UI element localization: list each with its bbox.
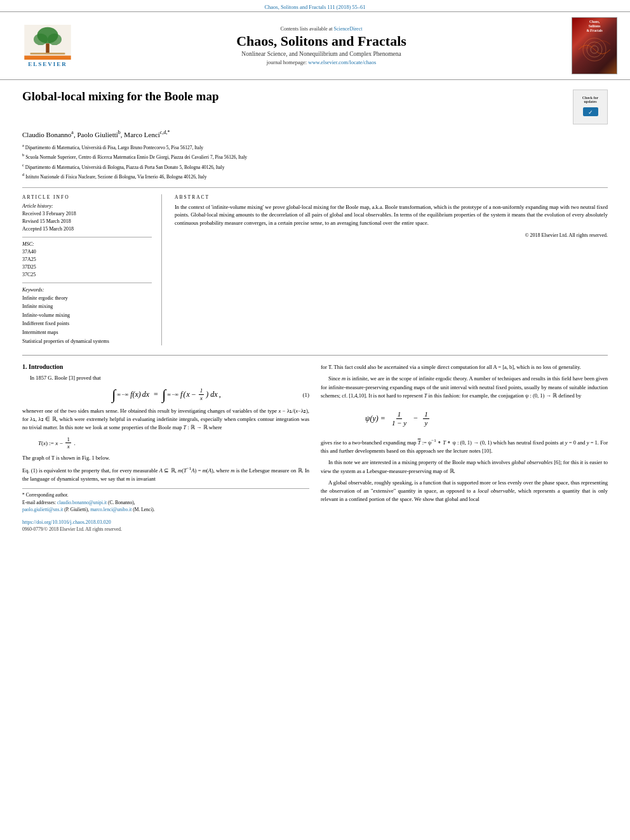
contents-available: Contents lists available at ScienceDirec… <box>89 26 554 32</box>
elsevier-tree-icon <box>22 25 73 60</box>
page: Chaos, Solitons and Fractals 111 (2018) … <box>0 0 630 840</box>
sciencedirect-link[interactable]: ScienceDirect <box>334 26 363 32</box>
msc-37a25: 37A25 <box>22 256 152 263</box>
right-para4: In this note we are interested in a mixi… <box>321 458 608 475</box>
section1-heading: 1. Introduction <box>22 363 309 370</box>
body-content: 1. Introduction In 1857 G. Boole [3] pro… <box>22 355 608 532</box>
affiliations: a Dipartimento di Matematica, Università… <box>22 142 608 181</box>
affil-line-d: d Istituto Nazionale di Fisica Nucleare,… <box>22 171 608 181</box>
equation-1-number: (1) <box>303 392 310 398</box>
journal-homepage-link[interactable]: www.elsevier.com/locate/chaos <box>308 59 376 65</box>
doi-section: https://doi.org/10.1016/j.chaos.2018.03.… <box>22 518 309 532</box>
email-footnote-2: paolo.giulietti@sns.it (P. Giulietti), m… <box>22 506 309 513</box>
doi-link[interactable]: https://doi.org/10.1016/j.chaos.2018.03.… <box>22 519 111 525</box>
keyword-4: Indifferent fixed points <box>22 319 152 328</box>
header-left: ELSEVIER <box>13 25 83 67</box>
section1-para4: Eq. (1) is equivalent to the property th… <box>22 465 309 483</box>
section1-para3: The graph of T is shown in Fig. 1 below. <box>22 454 309 462</box>
article-info-abstract-section: ARTICLE INFO Article history: Received 3… <box>22 187 608 346</box>
tx-definition: T(x) := x − 1 x . <box>38 436 309 451</box>
received-date: Received 3 February 2018 <box>22 210 152 218</box>
copyright-line: © 2018 Elsevier Ltd. All rights reserved… <box>175 232 608 238</box>
abstract-column: ABSTRACT In the context of 'infinite-vol… <box>175 194 608 346</box>
svg-point-3 <box>48 33 62 44</box>
abstract-text: In the context of 'infinite-volume mixin… <box>175 203 608 227</box>
cover-title-text: Chaos,Solitons& Fractals <box>586 20 602 33</box>
footnote-section: * Corresponding author. E-mail addresses… <box>22 488 309 513</box>
article-info-column: ARTICLE INFO Article history: Received 3… <box>22 194 162 346</box>
info-divider-2 <box>22 283 152 283</box>
header-right: Chaos,Solitons& Fractals <box>560 17 617 74</box>
elsevier-brand-text: ELSEVIER <box>28 61 67 67</box>
revised-date: Revised 15 March 2018 <box>22 218 152 225</box>
svg-rect-6 <box>24 55 70 59</box>
journal-citation-bar: Chaos, Solitons and Fractals 111 (2018) … <box>0 0 630 11</box>
author2-name: Paolo Giulietti <box>77 131 117 138</box>
keyword-6: Statistical properties of dynamical syst… <box>22 337 152 346</box>
section1-para1: In 1857 G. Boole [3] proved that <box>22 374 309 382</box>
right-para5: A global observable, roughly speaking, i… <box>321 479 608 504</box>
article-title: Global-local mixing for the Boole map <box>22 90 573 103</box>
keyword-5: Intermittent maps <box>22 328 152 337</box>
author1-name: Claudio Bonanno <box>22 131 71 138</box>
keyword-3: Infinite-volume mixing <box>22 311 152 320</box>
journal-cover-image: Chaos,Solitons& Fractals <box>572 17 617 74</box>
article-title-section: Global-local mixing for the Boole map Ch… <box>22 90 608 124</box>
right-para2: Since m is infinite, we are in the scope… <box>321 375 608 400</box>
affil-line-c: c Dipartimento di Matematica, Università… <box>22 162 608 171</box>
article-history-label: Article history: <box>22 203 152 209</box>
body-right-column: for T. This fact could also be ascertain… <box>321 363 608 532</box>
equation-1-block: ∫ ∞ −∞ f(x) dx = ∫ ∞ −∞ f ( x − <box>22 387 309 402</box>
elsevier-logo: ELSEVIER <box>13 25 83 67</box>
article-info-label: ARTICLE INFO <box>22 194 152 200</box>
keyword-1: Infinite ergodic theory <box>22 294 152 303</box>
check-updates-icon: ✓ <box>582 105 600 117</box>
email2-link[interactable]: paolo.giulietti@sns.it <box>22 507 63 512</box>
author1-sup: a <box>71 130 74 135</box>
psi-formula: ψ(y) = 1 1 − y − 1 y <box>365 410 434 427</box>
right-para3: gives rise to a two-branched expanding m… <box>321 437 608 455</box>
header-area: ELSEVIER Contents lists available at Sci… <box>0 11 630 80</box>
affil-line-a: a Dipartimento di Matematica, Università… <box>22 142 608 152</box>
msc-37c25: 37C25 <box>22 271 152 279</box>
keyword-2: Infinite mixing <box>22 302 152 311</box>
section1-para2: whenever one of the two sides makes sens… <box>22 407 309 432</box>
msc-37a40: 37A40 <box>22 248 152 256</box>
journal-homepage: journal homepage: www.elsevier.com/locat… <box>89 59 554 65</box>
author2-sup: b <box>118 130 121 135</box>
svg-point-2 <box>34 33 48 44</box>
abstract-label: ABSTRACT <box>175 194 608 200</box>
author3-sup: c,d,* <box>160 130 170 135</box>
accepted-date: Accepted 15 March 2018 <box>22 225 152 233</box>
email-footnote: E-mail addresses: claudio.bonanno@unipi.… <box>22 499 309 506</box>
check-updates-badge: Check forupdates ✓ <box>573 90 608 124</box>
svg-rect-5 <box>30 53 65 55</box>
header-center: Contents lists available at ScienceDirec… <box>83 26 560 65</box>
journal-citation-text: Chaos, Solitons and Fractals 111 (2018) … <box>264 4 365 10</box>
psi-formula-block: ψ(y) = 1 1 − y − 1 y <box>340 405 608 432</box>
author3-name: Marco Lenci <box>124 131 160 138</box>
email1-link[interactable]: claudio.bonanno@unipi.it <box>57 500 107 505</box>
email3-link[interactable]: marco.lenci@unibo.it <box>90 507 131 512</box>
affil-line-b: b Scuola Normale Superiore, Centro di Ri… <box>22 152 608 161</box>
corresponding-author-note: * Corresponding author. <box>22 491 309 498</box>
cover-art-icon <box>575 34 613 65</box>
equation-1-math: ∫ ∞ −∞ f(x) dx = ∫ ∞ −∞ f ( x − <box>111 387 220 402</box>
info-divider <box>22 237 152 237</box>
body-left-column: 1. Introduction In 1857 G. Boole [3] pro… <box>22 363 309 532</box>
right-para1: for T. This fact could also be ascertain… <box>321 363 608 371</box>
msc-label: MSC: <box>22 241 152 247</box>
authors-line: Claudio Bonannoa, Paolo Giuliettib, Marc… <box>22 130 608 138</box>
keywords-list: Infinite ergodic theory Infinite mixing … <box>22 294 152 346</box>
svg-rect-4 <box>46 43 50 53</box>
journal-subtitle: Nonlinear Science, and Nonequilibrium an… <box>89 51 554 57</box>
issn-text: 0960-0779/© 2018 Elsevier Ltd. All right… <box>22 526 309 532</box>
svg-text:✓: ✓ <box>588 109 593 116</box>
main-content: Global-local mixing for the Boole map Ch… <box>0 80 630 538</box>
keywords-label: Keywords: <box>22 287 152 293</box>
msc-37d25: 37D25 <box>22 263 152 271</box>
journal-title: Chaos, Solitons and Fractals <box>89 33 554 50</box>
